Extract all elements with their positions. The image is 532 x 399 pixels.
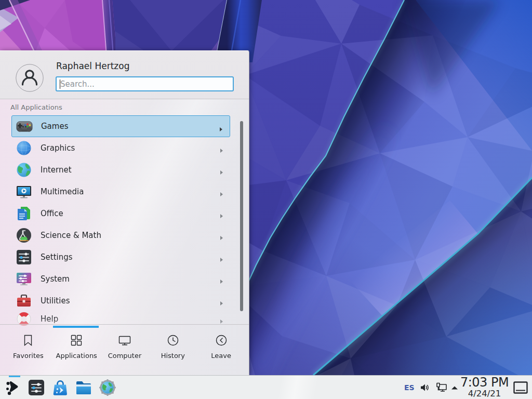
category-games[interactable]: Games <box>11 115 230 137</box>
category-science-math[interactable]: Science & Math <box>11 224 230 246</box>
network[interactable] <box>435 382 448 393</box>
clock[interactable]: 7:03 PM4/24/21 <box>452 376 517 399</box>
category-system[interactable]: System <box>11 268 230 290</box>
category-multimedia[interactable]: Multimedia <box>11 181 230 203</box>
category-settings[interactable]: Settings <box>11 246 230 268</box>
task-discover[interactable] <box>51 379 69 396</box>
launcher-tabs: Favorites Applications Computer History … <box>4 328 245 367</box>
volume[interactable] <box>419 382 430 393</box>
category-list: Games Graphics Internet Multimedia Offic… <box>0 115 249 326</box>
tab-favorites[interactable]: Favorites <box>4 328 52 367</box>
taskbar: ES 7:03 PM4/24/21 <box>0 375 532 399</box>
category-help[interactable]: Help <box>11 308 230 326</box>
tab-leave[interactable]: Leave <box>197 328 245 367</box>
keyboard-layout[interactable]: ES <box>404 376 415 399</box>
task-dolphin[interactable] <box>75 379 92 396</box>
show-desktop[interactable] <box>513 381 528 396</box>
scrollbar <box>240 121 243 311</box>
application-launcher: Raphael Hertzog Search... All Applicatio… <box>0 50 249 375</box>
user-name: Raphael Hertzog <box>56 61 129 71</box>
search-field[interactable]: Search... <box>56 76 234 91</box>
kde-desktop: Raphael Hertzog Search... All Applicatio… <box>0 0 532 399</box>
tab-history[interactable]: History <box>149 328 197 367</box>
category-office[interactable]: Office <box>11 203 230 224</box>
tab-computer[interactable]: Computer <box>101 328 149 367</box>
section-label: All Applications <box>10 103 62 111</box>
launcher-button[interactable] <box>4 379 22 396</box>
tab-applications[interactable]: Applications <box>52 328 101 367</box>
launcher-header: Raphael Hertzog Search... <box>0 51 249 99</box>
task-systemsettings[interactable] <box>28 379 45 396</box>
task-browser[interactable] <box>99 379 116 396</box>
category-internet[interactable]: Internet <box>11 159 230 181</box>
category-graphics[interactable]: Graphics <box>11 137 230 159</box>
